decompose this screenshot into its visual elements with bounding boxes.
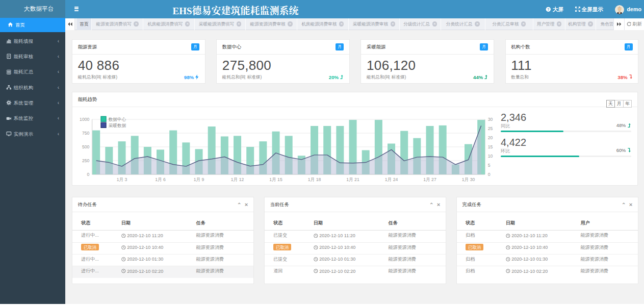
svg-text:1月 15: 1月 15 (269, 177, 282, 182)
svg-text:1月 12: 1月 12 (231, 177, 244, 182)
svg-text:1000: 1000 (80, 117, 89, 122)
svg-text:?: ? (547, 7, 550, 12)
svg-text:1月 27: 1月 27 (423, 177, 436, 182)
svg-text:0: 0 (488, 172, 491, 177)
svg-text:5: 5 (488, 163, 491, 168)
svg-text:1月 9: 1月 9 (194, 177, 204, 182)
svg-text:10: 10 (488, 154, 493, 159)
svg-text:1月 24: 1月 24 (385, 177, 398, 182)
svg-text:250: 250 (82, 158, 90, 163)
svg-text:750: 750 (82, 131, 90, 136)
svg-text:1月 21: 1月 21 (346, 177, 359, 182)
svg-text:20: 20 (488, 135, 493, 140)
svg-text:1月 18: 1月 18 (308, 177, 321, 182)
svg-text:0: 0 (87, 172, 90, 177)
svg-text:1月 6: 1月 6 (155, 177, 166, 182)
svg-text:25: 25 (488, 126, 493, 131)
svg-text:1月 30: 1月 30 (462, 177, 475, 182)
svg-text:15: 15 (488, 144, 493, 149)
svg-text:500: 500 (82, 144, 90, 149)
svg-text:30: 30 (488, 117, 493, 122)
svg-text:采暖数据: 采暖数据 (109, 123, 126, 128)
svg-text:数据中心: 数据中心 (109, 117, 126, 122)
svg-text:1月 3: 1月 3 (117, 177, 127, 182)
